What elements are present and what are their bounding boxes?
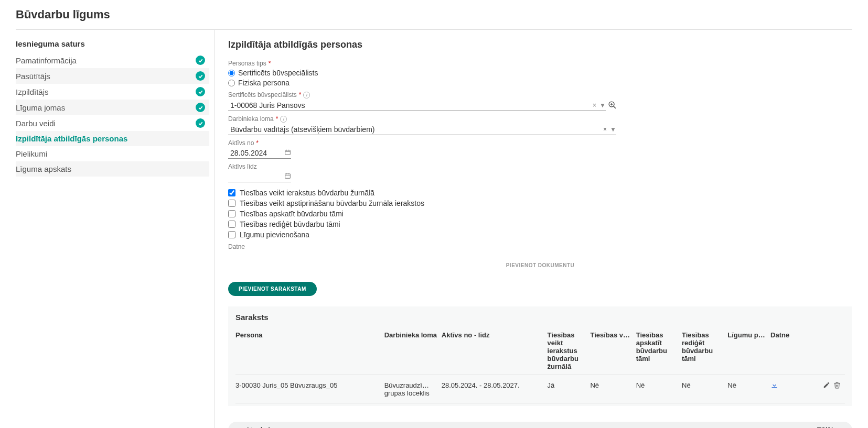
sidebar-item-0[interactable]: Pamatinformācija xyxy=(16,52,209,68)
active-from-label: Aktīvs no* xyxy=(228,139,852,147)
chevron-down-icon[interactable]: ▼ xyxy=(599,102,606,109)
footer-nav: ◂ Atpakaļ Tālāk ▸ xyxy=(228,422,852,428)
sidebar-item-label: Darbu veidi xyxy=(16,119,196,128)
list-section: Saraksts Persona Darbinieka loma Aktīvs … xyxy=(228,306,852,406)
check-2[interactable]: Tiesības apskatīt būvdarbu tāmi xyxy=(228,210,852,218)
trash-icon[interactable] xyxy=(833,382,841,390)
sidebar-item-7[interactable]: Līguma apskats xyxy=(16,161,209,177)
sidebar-item-6[interactable]: Pielikumi xyxy=(16,146,209,161)
list-title: Saraksts xyxy=(235,313,845,322)
cell-r4: Nē xyxy=(682,375,727,404)
cell-r5: Nē xyxy=(727,375,770,404)
main-content: Izpildītāja atbildīgās personas Personas… xyxy=(215,30,852,428)
active-to-input[interactable] xyxy=(228,171,291,182)
check-4[interactable]: Līgumu pievienošana xyxy=(228,231,852,239)
sidebar-item-label: Līguma jomas xyxy=(16,103,196,112)
chevron-right-icon: ▸ xyxy=(838,426,842,428)
add-to-list-button[interactable]: PIEVIENOT SARAKSTAM xyxy=(228,282,317,296)
sidebar-item-2[interactable]: Izpildītājs xyxy=(16,84,209,100)
cell-r1: Jā xyxy=(548,375,591,404)
back-button[interactable]: ◂ Atpakaļ xyxy=(239,426,270,428)
sidebar-item-label: Pielikumi xyxy=(16,149,205,158)
info-icon[interactable]: i xyxy=(280,116,287,123)
cell-period: 28.05.2024. - 28.05.2027. xyxy=(442,375,548,404)
calendar-icon[interactable] xyxy=(284,172,291,181)
specialist-label: Sertificēts būvspeciālists* i xyxy=(228,91,852,98)
table-row: 3-00030 Juris_05 Būvuzraugs_05Būvuzraudz… xyxy=(235,375,845,404)
add-document-button[interactable]: PIEVIENOT DOKUMENTU xyxy=(228,258,852,272)
main-title: Izpildītāja atbildīgās personas xyxy=(228,39,852,50)
persons-table: Persona Darbinieka loma Aktīvs no - līdz… xyxy=(235,327,845,404)
check-input-2[interactable] xyxy=(228,210,235,217)
check-input-3[interactable] xyxy=(228,221,235,228)
cell-r2: Nē xyxy=(590,375,636,404)
chevron-down-icon[interactable]: ▼ xyxy=(610,126,616,133)
check-icon xyxy=(196,56,205,65)
calendar-icon[interactable] xyxy=(284,149,291,157)
sidebar-item-4[interactable]: Darbu veidi xyxy=(16,115,209,131)
check-0[interactable]: Tiesības veikt ierakstus būvdarbu žurnāl… xyxy=(228,189,852,197)
cell-file xyxy=(770,375,816,404)
check-label: Līgumu pievienošana xyxy=(240,231,309,239)
th-period[interactable]: Aktīvs no - līdz xyxy=(442,327,548,375)
th-r4[interactable]: Tiesības rediģēt būvdarbu tāmi xyxy=(682,327,727,375)
check-label: Tiesības veikt ierakstus būvdarbu žurnāl… xyxy=(240,189,374,197)
check-icon xyxy=(196,71,205,81)
file-label: Datne xyxy=(228,243,852,250)
search-icon[interactable] xyxy=(608,101,617,111)
sidebar-item-label: Izpildītājs xyxy=(16,87,196,96)
th-r2[interactable]: Tiesības veikt apstipri… būvdarbu žurnāl… xyxy=(590,327,636,375)
clear-icon[interactable]: × xyxy=(603,126,607,133)
sidebar-item-label: Pamatinformācija xyxy=(16,56,196,65)
cell-r3: Nē xyxy=(636,375,682,404)
svg-rect-8 xyxy=(285,174,291,179)
check-label: Tiesības veikt apstiprināšanu būvdarbu ž… xyxy=(240,199,424,207)
radio-cert-specialist-input[interactable] xyxy=(228,70,235,76)
next-button[interactable]: Tālāk ▸ xyxy=(817,426,842,428)
svg-rect-4 xyxy=(285,150,291,155)
page-title: Būvdarbu līgums xyxy=(16,8,852,21)
check-label: Tiesības rediģēt būvdarbu tāmi xyxy=(240,220,340,228)
th-file[interactable]: Datne xyxy=(770,327,816,375)
check-icon xyxy=(196,87,205,96)
sidebar-item-1[interactable]: Pasūtītājs xyxy=(16,68,209,84)
active-to-label: Aktīvs līdz xyxy=(228,163,852,170)
role-select[interactable]: Būvdarbu vadītājs (atsevišķiem būvdarbie… xyxy=(228,124,616,135)
sidebar-item-label: Pasūtītājs xyxy=(16,72,196,81)
check-icon xyxy=(196,118,205,128)
sidebar-item-5[interactable]: Izpildītāja atbildīgās personas xyxy=(16,131,209,146)
chevron-left-icon: ◂ xyxy=(239,426,242,428)
th-person[interactable]: Persona xyxy=(235,327,384,375)
sidebar-item-3[interactable]: Līguma jomas xyxy=(16,100,209,115)
th-r3[interactable]: Tiesības apskatīt būvdarbu tāmi xyxy=(636,327,682,375)
svg-line-1 xyxy=(614,106,616,108)
sidebar: Iesnieguma saturs PamatinformācijaPasūtī… xyxy=(16,30,215,428)
check-label: Tiesības apskatīt būvdarbu tāmi xyxy=(240,210,344,218)
sidebar-item-label: Izpildītāja atbildīgās personas xyxy=(16,134,205,143)
radio-fiziska-input[interactable] xyxy=(228,80,235,86)
info-icon[interactable]: i xyxy=(303,92,310,98)
check-input-4[interactable] xyxy=(228,231,235,238)
check-input-1[interactable] xyxy=(228,200,235,207)
person-type-label: Personas tips* xyxy=(228,60,852,67)
cell-actions xyxy=(816,375,845,404)
check-3[interactable]: Tiesības rediģēt būvdarbu tāmi xyxy=(228,220,852,228)
specialist-select[interactable]: 1-00068 Juris Pansovs × ▼ xyxy=(228,100,606,111)
th-r5[interactable]: Līgumu pievien… xyxy=(727,327,770,375)
clear-icon[interactable]: × xyxy=(593,102,596,109)
cell-role: Būvuzraudzī… grupas loceklis xyxy=(384,375,442,404)
check-1[interactable]: Tiesības veikt apstiprināšanu būvdarbu ž… xyxy=(228,199,852,207)
edit-icon[interactable] xyxy=(823,382,830,390)
radio-fiziska[interactable]: Fiziska persona xyxy=(228,79,852,87)
th-r1[interactable]: Tiesības veikt ierakstus būvdarbu žurnāl… xyxy=(548,327,591,375)
sidebar-title: Iesnieguma saturs xyxy=(16,30,209,52)
cell-person: 3-00030 Juris_05 Būvuzraugs_05 xyxy=(235,375,384,404)
active-from-input[interactable]: 28.05.2024 xyxy=(228,148,291,159)
th-role[interactable]: Darbinieka loma xyxy=(384,327,442,375)
radio-cert-specialist[interactable]: Sertificēts būvspeciālists xyxy=(228,69,852,77)
role-label: Darbinieka loma* i xyxy=(228,115,852,123)
check-input-0[interactable] xyxy=(228,189,235,196)
download-icon[interactable] xyxy=(770,383,778,391)
check-icon xyxy=(196,103,205,112)
sidebar-item-label: Līguma apskats xyxy=(16,164,205,173)
